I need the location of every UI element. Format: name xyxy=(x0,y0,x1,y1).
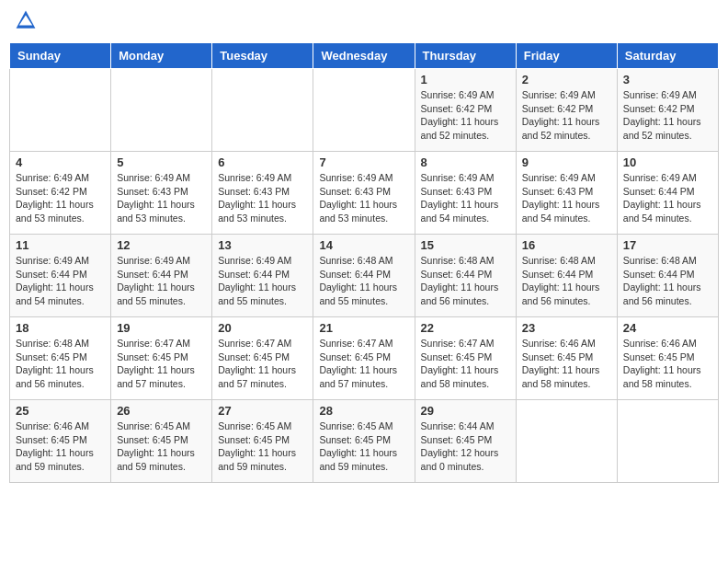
day-info: Sunrise: 6:49 AM Sunset: 6:42 PM Dayligh… xyxy=(421,88,510,143)
calendar-week-row: 18Sunrise: 6:48 AM Sunset: 6:45 PM Dayli… xyxy=(10,317,719,400)
day-number: 8 xyxy=(421,155,510,169)
day-number: 29 xyxy=(421,404,510,418)
calendar-cell: 26Sunrise: 6:45 AM Sunset: 6:45 PM Dayli… xyxy=(111,400,212,483)
day-number: 23 xyxy=(522,321,611,335)
calendar-cell xyxy=(212,69,313,152)
day-number: 4 xyxy=(16,155,105,169)
day-info: Sunrise: 6:45 AM Sunset: 6:45 PM Dayligh… xyxy=(319,419,408,474)
calendar-week-row: 11Sunrise: 6:49 AM Sunset: 6:44 PM Dayli… xyxy=(10,235,719,317)
logo xyxy=(13,9,39,35)
day-number: 15 xyxy=(421,238,510,252)
weekday-header: Friday xyxy=(516,43,617,69)
day-number: 3 xyxy=(623,73,712,86)
day-info: Sunrise: 6:45 AM Sunset: 6:45 PM Dayligh… xyxy=(117,419,206,474)
day-info: Sunrise: 6:49 AM Sunset: 6:42 PM Dayligh… xyxy=(16,171,105,225)
calendar-cell: 29Sunrise: 6:44 AM Sunset: 6:45 PM Dayli… xyxy=(415,400,516,483)
day-info: Sunrise: 6:48 AM Sunset: 6:44 PM Dayligh… xyxy=(421,254,510,308)
calendar-cell: 11Sunrise: 6:49 AM Sunset: 6:44 PM Dayli… xyxy=(10,235,111,317)
day-number: 25 xyxy=(16,404,105,418)
day-info: Sunrise: 6:47 AM Sunset: 6:45 PM Dayligh… xyxy=(319,337,408,391)
day-number: 2 xyxy=(522,73,611,86)
calendar-cell: 6Sunrise: 6:49 AM Sunset: 6:43 PM Daylig… xyxy=(212,152,313,235)
day-info: Sunrise: 6:49 AM Sunset: 6:42 PM Dayligh… xyxy=(522,88,611,143)
day-number: 17 xyxy=(623,238,712,252)
calendar-header: SundayMondayTuesdayWednesdayThursdayFrid… xyxy=(10,43,719,69)
day-number: 7 xyxy=(319,155,408,169)
day-info: Sunrise: 6:49 AM Sunset: 6:44 PM Dayligh… xyxy=(16,254,105,308)
day-number: 19 xyxy=(117,321,206,335)
day-number: 5 xyxy=(117,155,206,169)
calendar-cell: 23Sunrise: 6:46 AM Sunset: 6:45 PM Dayli… xyxy=(516,317,617,400)
calendar-cell: 7Sunrise: 6:49 AM Sunset: 6:43 PM Daylig… xyxy=(313,152,415,235)
day-number: 22 xyxy=(421,321,510,335)
day-number: 16 xyxy=(522,238,611,252)
day-info: Sunrise: 6:49 AM Sunset: 6:44 PM Dayligh… xyxy=(117,254,206,308)
day-info: Sunrise: 6:47 AM Sunset: 6:45 PM Dayligh… xyxy=(117,337,206,391)
day-info: Sunrise: 6:49 AM Sunset: 6:42 PM Dayligh… xyxy=(623,88,712,143)
calendar-cell: 27Sunrise: 6:45 AM Sunset: 6:45 PM Dayli… xyxy=(212,400,313,483)
calendar-cell: 21Sunrise: 6:47 AM Sunset: 6:45 PM Dayli… xyxy=(313,317,415,400)
calendar-cell: 13Sunrise: 6:49 AM Sunset: 6:44 PM Dayli… xyxy=(212,235,313,317)
calendar-table: SundayMondayTuesdayWednesdayThursdayFrid… xyxy=(9,42,719,483)
weekday-header: Saturday xyxy=(617,43,718,69)
calendar-cell xyxy=(111,69,212,152)
day-info: Sunrise: 6:48 AM Sunset: 6:44 PM Dayligh… xyxy=(522,254,611,308)
weekday-header: Tuesday xyxy=(212,43,313,69)
day-number: 12 xyxy=(117,238,206,252)
day-number: 28 xyxy=(319,404,408,418)
page-header xyxy=(9,9,719,35)
calendar-cell: 10Sunrise: 6:49 AM Sunset: 6:44 PM Dayli… xyxy=(617,152,718,235)
calendar-cell: 3Sunrise: 6:49 AM Sunset: 6:42 PM Daylig… xyxy=(617,69,718,152)
calendar-cell: 12Sunrise: 6:49 AM Sunset: 6:44 PM Dayli… xyxy=(111,235,212,317)
day-info: Sunrise: 6:49 AM Sunset: 6:43 PM Dayligh… xyxy=(117,171,206,225)
weekday-header: Monday xyxy=(111,43,212,69)
calendar-cell: 5Sunrise: 6:49 AM Sunset: 6:43 PM Daylig… xyxy=(111,152,212,235)
day-number: 1 xyxy=(421,73,510,86)
calendar-cell: 14Sunrise: 6:48 AM Sunset: 6:44 PM Dayli… xyxy=(313,235,415,317)
calendar-cell: 4Sunrise: 6:49 AM Sunset: 6:42 PM Daylig… xyxy=(10,152,111,235)
calendar-week-row: 25Sunrise: 6:46 AM Sunset: 6:45 PM Dayli… xyxy=(10,400,719,483)
calendar-cell xyxy=(617,400,718,483)
day-info: Sunrise: 6:49 AM Sunset: 6:43 PM Dayligh… xyxy=(218,171,307,225)
day-info: Sunrise: 6:45 AM Sunset: 6:45 PM Dayligh… xyxy=(218,419,307,474)
calendar-cell: 25Sunrise: 6:46 AM Sunset: 6:45 PM Dayli… xyxy=(10,400,111,483)
day-info: Sunrise: 6:46 AM Sunset: 6:45 PM Dayligh… xyxy=(16,419,105,474)
day-info: Sunrise: 6:49 AM Sunset: 6:44 PM Dayligh… xyxy=(623,171,712,225)
day-number: 20 xyxy=(218,321,307,335)
calendar-cell xyxy=(516,400,617,483)
calendar-cell: 19Sunrise: 6:47 AM Sunset: 6:45 PM Dayli… xyxy=(111,317,212,400)
calendar-cell: 18Sunrise: 6:48 AM Sunset: 6:45 PM Dayli… xyxy=(10,317,111,400)
day-info: Sunrise: 6:46 AM Sunset: 6:45 PM Dayligh… xyxy=(623,337,712,391)
day-number: 21 xyxy=(319,321,408,335)
day-info: Sunrise: 6:44 AM Sunset: 6:45 PM Dayligh… xyxy=(421,419,510,474)
day-info: Sunrise: 6:46 AM Sunset: 6:45 PM Dayligh… xyxy=(522,337,611,391)
calendar-cell: 15Sunrise: 6:48 AM Sunset: 6:44 PM Dayli… xyxy=(415,235,516,317)
calendar-cell: 16Sunrise: 6:48 AM Sunset: 6:44 PM Dayli… xyxy=(516,235,617,317)
day-number: 9 xyxy=(522,155,611,169)
weekday-header: Sunday xyxy=(10,43,111,69)
day-info: Sunrise: 6:47 AM Sunset: 6:45 PM Dayligh… xyxy=(421,337,510,391)
calendar-cell: 1Sunrise: 6:49 AM Sunset: 6:42 PM Daylig… xyxy=(415,69,516,152)
calendar-cell: 8Sunrise: 6:49 AM Sunset: 6:43 PM Daylig… xyxy=(415,152,516,235)
calendar-week-row: 4Sunrise: 6:49 AM Sunset: 6:42 PM Daylig… xyxy=(10,152,719,235)
day-number: 6 xyxy=(218,155,307,169)
calendar-cell: 2Sunrise: 6:49 AM Sunset: 6:42 PM Daylig… xyxy=(516,69,617,152)
calendar-cell: 24Sunrise: 6:46 AM Sunset: 6:45 PM Dayli… xyxy=(617,317,718,400)
day-info: Sunrise: 6:47 AM Sunset: 6:45 PM Dayligh… xyxy=(218,337,307,391)
day-info: Sunrise: 6:49 AM Sunset: 6:43 PM Dayligh… xyxy=(319,171,408,225)
calendar-cell: 20Sunrise: 6:47 AM Sunset: 6:45 PM Dayli… xyxy=(212,317,313,400)
day-number: 14 xyxy=(319,238,408,252)
day-number: 13 xyxy=(218,238,307,252)
day-info: Sunrise: 6:48 AM Sunset: 6:44 PM Dayligh… xyxy=(623,254,712,308)
day-info: Sunrise: 6:49 AM Sunset: 6:44 PM Dayligh… xyxy=(218,254,307,308)
logo-icon xyxy=(15,9,37,31)
calendar-cell: 9Sunrise: 6:49 AM Sunset: 6:43 PM Daylig… xyxy=(516,152,617,235)
calendar-body: 1Sunrise: 6:49 AM Sunset: 6:42 PM Daylig… xyxy=(10,69,719,483)
day-number: 24 xyxy=(623,321,712,335)
day-number: 26 xyxy=(117,404,206,418)
day-number: 10 xyxy=(623,155,712,169)
day-info: Sunrise: 6:48 AM Sunset: 6:44 PM Dayligh… xyxy=(319,254,408,308)
day-number: 18 xyxy=(16,321,105,335)
calendar-cell: 17Sunrise: 6:48 AM Sunset: 6:44 PM Dayli… xyxy=(617,235,718,317)
day-info: Sunrise: 6:49 AM Sunset: 6:43 PM Dayligh… xyxy=(522,171,611,225)
